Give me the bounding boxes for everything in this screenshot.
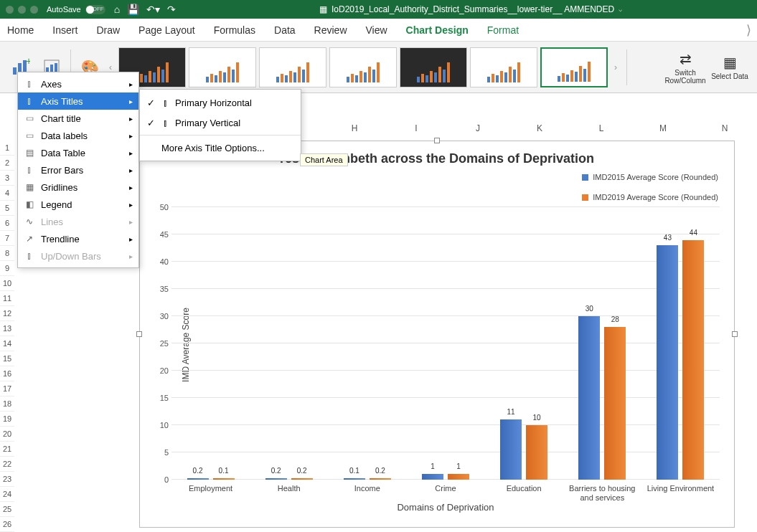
save-icon[interactable]: 💾	[127, 4, 139, 15]
document-title[interactable]: ▦ IoD2019_Local_Authority_District_Summa…	[190, 4, 751, 14]
tab-home[interactable]: Home	[6, 22, 35, 39]
select-data-button[interactable]: ▦ Select Data	[710, 50, 750, 85]
bar[interactable]: 28	[604, 327, 626, 480]
submenu-primary-horizontal[interactable]: ✓ ⫿ Primary Horizontal	[140, 92, 301, 113]
column-header[interactable]: J	[449, 123, 507, 133]
row-header[interactable]: 24	[0, 487, 14, 502]
row-header[interactable]: 17	[0, 381, 14, 396]
chart-style-thumb[interactable]	[259, 47, 326, 87]
bar[interactable]: 44	[682, 240, 704, 480]
home-icon[interactable]: ⌂	[114, 4, 120, 15]
row-header[interactable]: 15	[0, 351, 14, 366]
column-header[interactable]: N	[696, 123, 753, 133]
redo-icon[interactable]: ↷	[167, 4, 176, 15]
category-group: 1110Education	[485, 210, 563, 480]
row-header[interactable]: 13	[0, 321, 14, 336]
chart-style-thumb[interactable]	[189, 47, 256, 87]
legend-item-1[interactable]: IMD2015 Average Score (Rounded)	[582, 173, 718, 181]
row-header[interactable]: 22	[0, 457, 14, 472]
row-header[interactable]: 19	[0, 412, 14, 427]
resize-handle-right[interactable]	[732, 331, 738, 337]
resize-handle-left[interactable]	[136, 331, 142, 337]
data-label: 0.2	[265, 467, 287, 475]
undo-icon[interactable]: ↶▾	[146, 4, 160, 15]
row-header[interactable]: 9	[0, 261, 14, 276]
chart-style-thumb[interactable]	[470, 47, 537, 87]
tab-format[interactable]: Format	[486, 22, 520, 39]
data-label: 43	[657, 234, 678, 242]
bar[interactable]: 11	[500, 419, 522, 480]
row-header[interactable]: 14	[0, 336, 14, 351]
switch-icon: ⇄	[680, 50, 692, 67]
row-header[interactable]: 11	[0, 291, 14, 306]
close-window-button[interactable]	[6, 6, 14, 14]
tab-insert[interactable]: Insert	[51, 22, 79, 39]
embedded-chart[interactable]: res for Lambeth across the Domains of De…	[139, 141, 735, 528]
chart-style-thumb[interactable]	[329, 47, 397, 87]
row-header[interactable]: 2	[0, 156, 14, 171]
submenu-primary-vertical[interactable]: ✓ ⫿ Primary Vertical	[140, 113, 301, 133]
tab-data[interactable]: Data	[273, 22, 297, 39]
menu-item-data-labels[interactable]: ▭Data labels▸	[18, 127, 138, 144]
column-header[interactable]: K	[511, 123, 568, 133]
traffic-lights[interactable]	[6, 6, 38, 14]
menu-icon: ▤	[24, 148, 35, 158]
submenu-more-options[interactable]: More Axis Title Options...	[140, 138, 301, 158]
row-header[interactable]: 4	[0, 186, 14, 201]
chart-style-thumb[interactable]	[540, 47, 608, 87]
minimize-window-button[interactable]	[18, 6, 26, 14]
tab-page-layout[interactable]: Page Layout	[137, 22, 197, 39]
column-header[interactable]: M	[634, 123, 692, 133]
tab-chart-design[interactable]: Chart Design	[405, 22, 470, 39]
column-header[interactable]: I	[387, 123, 445, 133]
row-header[interactable]: 20	[0, 427, 14, 442]
x-tick-label: Living Environment	[641, 480, 720, 493]
row-header[interactable]: 7	[0, 231, 14, 246]
tab-formulas[interactable]: Formulas	[212, 22, 257, 39]
row-header[interactable]: 12	[0, 306, 14, 321]
bar[interactable]: 43	[657, 245, 678, 480]
tab-view[interactable]: View	[365, 22, 389, 39]
x-axis-title[interactable]: Domains of Deprivation	[171, 502, 720, 513]
menu-item-axis-titles[interactable]: ⫿Axis Titles▸	[18, 92, 138, 110]
tab-review[interactable]: Review	[313, 22, 349, 39]
menu-item-trendline[interactable]: ↗Trendline▸	[18, 230, 138, 247]
row-header[interactable]: 16	[0, 366, 14, 381]
row-header[interactable]: 25	[0, 502, 14, 517]
bar[interactable]: 1	[448, 474, 469, 480]
menu-item-legend[interactable]: ◧Legend▸	[18, 196, 138, 213]
resize-handle-top[interactable]	[434, 138, 440, 143]
menu-item-data-table[interactable]: ▤Data Table▸	[18, 144, 138, 161]
autosave-toggle[interactable]: AutoSave OFF	[47, 5, 105, 14]
row-header[interactable]: 3	[0, 171, 14, 186]
legend-item-2[interactable]: IMD2019 Average Score (Rounded)	[582, 193, 718, 201]
menu-item-chart-title[interactable]: ▭Chart title▸	[18, 110, 138, 127]
submenu-arrow-icon: ▸	[129, 115, 133, 123]
menu-item-gridlines[interactable]: ▦Gridlines▸	[18, 179, 138, 196]
menu-icon: ⫿	[24, 79, 35, 89]
ribbon-overflow-icon[interactable]: ⟩	[746, 22, 751, 38]
column-header[interactable]: H	[326, 123, 383, 133]
row-header[interactable]: 1	[0, 141, 14, 156]
menu-item-error-bars[interactable]: ⫿Error Bars▸	[18, 161, 138, 179]
bar[interactable]: 1	[422, 474, 443, 480]
autosave-switch[interactable]: OFF	[85, 5, 105, 14]
row-header[interactable]: 26	[0, 517, 14, 532]
row-header[interactable]: 21	[0, 442, 14, 457]
chart-style-thumb[interactable]	[400, 47, 467, 87]
row-header[interactable]: 10	[0, 276, 14, 291]
zoom-window-button[interactable]	[30, 6, 38, 14]
plot-area[interactable]: IMD Average Score Domains of Deprivation…	[171, 210, 720, 480]
styles-scroll-right[interactable]: ›	[611, 47, 621, 88]
bar[interactable]: 30	[578, 316, 600, 480]
switch-row-column-button[interactable]: ⇄ Switch Row/Column	[665, 50, 705, 85]
menu-item-axes[interactable]: ⫿Axes▸	[18, 75, 138, 92]
row-header[interactable]: 23	[0, 472, 14, 487]
row-header[interactable]: 5	[0, 201, 14, 216]
row-header[interactable]: 18	[0, 396, 14, 412]
row-header[interactable]: 6	[0, 216, 14, 231]
column-header[interactable]: L	[573, 123, 630, 133]
bar[interactable]: 10	[526, 425, 547, 480]
row-header[interactable]: 8	[0, 246, 14, 261]
tab-draw[interactable]: Draw	[95, 22, 121, 39]
